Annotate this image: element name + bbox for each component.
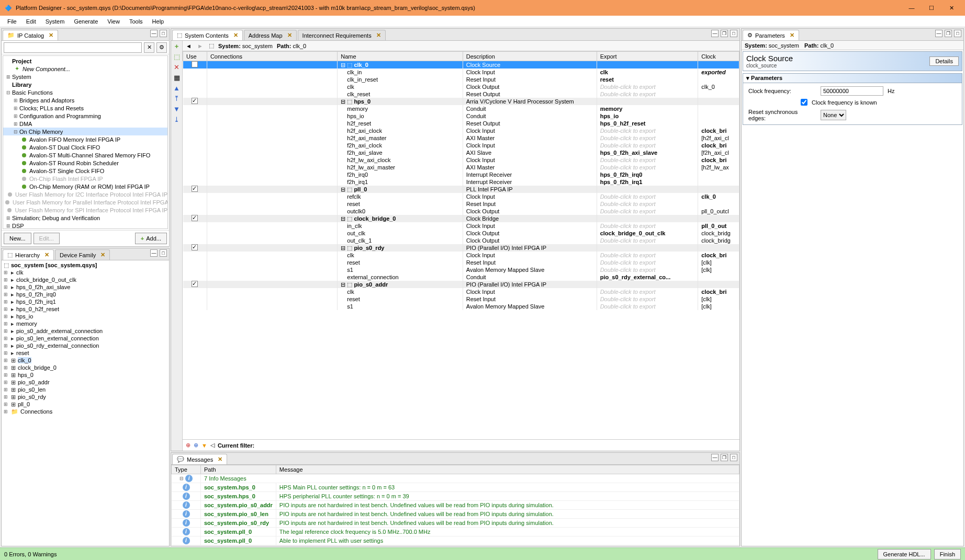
hierarchy-item[interactable]: ⊞▸pio_s0_len_external_connection <box>4 335 167 342</box>
hierarchy-item[interactable]: ⊞▸memory <box>4 320 167 327</box>
filter-clear-icon[interactable]: ◁ <box>210 442 215 449</box>
ip-tree-item[interactable]: ⊞DSP <box>3 222 167 229</box>
message-row[interactable]: isoc_system.pio_s0_addrPIO inputs are no… <box>172 501 739 510</box>
table-row[interactable]: clkClock InputDouble-click to exportcloc… <box>183 288 739 295</box>
menu-generate[interactable]: Generate <box>70 17 102 26</box>
table-row[interactable]: h2f_axi_clockClock InputDouble-click to … <box>183 127 739 134</box>
hierarchy-item[interactable]: ⊞▸reset <box>4 349 167 357</box>
minimize-panel-icon[interactable]: — <box>150 249 158 257</box>
table-row[interactable]: ⊟ ⬚ pio_s0_rdyPIO (Parallel I/O) Intel F… <box>183 244 739 252</box>
ip-tree-item[interactable]: Avalon-ST Multi-Channel Shared Memory FI… <box>3 151 167 159</box>
move-up-icon[interactable]: ▲ <box>173 85 181 92</box>
hierarchy-tree[interactable]: ⬚ soc_system [soc_system.qsys]⊞▸clk⊞▸clo… <box>2 260 169 546</box>
ip-tree-item[interactable]: User Flash Memory for Parallel Interface… <box>3 198 167 206</box>
maximize-panel-icon[interactable]: □ <box>160 249 167 257</box>
clear-search-icon[interactable]: ✕ <box>144 42 154 53</box>
add-icon[interactable]: + <box>173 43 181 50</box>
table-row[interactable]: clk_in_resetReset Inputreset <box>183 76 739 83</box>
move-down-icon[interactable]: ▼ <box>173 106 181 113</box>
close-icon[interactable]: ✕ <box>790 32 794 39</box>
tab-interconnect-requirements[interactable]: Interconnect Requirements ✕ <box>298 30 386 40</box>
table-row[interactable]: out_clk_1Clock OutputDouble-click to exp… <box>183 237 739 244</box>
close-button[interactable]: ✕ <box>946 5 957 12</box>
minimize-panel-icon[interactable]: — <box>711 30 719 37</box>
hierarchy-item[interactable]: ⊞▸pio_s0_rdy_external_connection <box>4 342 167 349</box>
table-row[interactable]: s1Avalon Memory Mapped SlaveDouble-click… <box>183 266 739 273</box>
ip-tree-item[interactable]: Avalon FIFO Memory Intel FPGA IP <box>3 135 167 143</box>
back-icon[interactable]: ◄ <box>186 43 193 49</box>
ip-tree-item[interactable]: ⊟Basic Functions <box>3 88 167 96</box>
add-button[interactable]: +Add... <box>135 233 167 244</box>
menu-system[interactable]: System <box>41 17 69 26</box>
close-icon[interactable]: ✕ <box>49 32 53 39</box>
tab-hierarchy[interactable]: ⬚ Hierarchy ✕ <box>3 249 54 260</box>
menu-help[interactable]: Help <box>148 17 169 26</box>
minimize-panel-icon[interactable]: — <box>711 454 719 461</box>
move-bottom-icon[interactable]: ⤓ <box>173 116 181 123</box>
move-top-icon[interactable]: ⤒ <box>173 95 181 102</box>
hierarchy-item[interactable]: ⊞▸hps_io <box>4 313 167 320</box>
new-button[interactable]: New... <box>4 233 31 244</box>
ip-tree-item[interactable]: On-Chip Flash Intel FPGA IP <box>3 175 167 182</box>
table-row[interactable]: refclkClock InputDouble-click to exportc… <box>183 193 739 200</box>
filter-funnel-icon[interactable]: ▼ <box>201 442 207 449</box>
hierarchy-item[interactable]: ⊞⊞clock_bridge_0 <box>4 364 167 371</box>
table-row[interactable]: external_connectionConduitpio_s0_rdy_ext… <box>183 273 739 281</box>
tab-parameters[interactable]: ⚙ Parameters ✕ <box>743 30 799 40</box>
hierarchy-item[interactable]: ⊞⊞pll_0 <box>4 401 167 408</box>
hierarchy-item[interactable]: ⊞▸hps_0_f2h_irq0 <box>4 291 167 298</box>
menu-view[interactable]: View <box>103 17 124 26</box>
hierarchy-item[interactable]: ⊞▸hps_0_f2h_irq1 <box>4 298 167 305</box>
clock-frequency-input[interactable] <box>821 86 883 96</box>
restore-panel-icon[interactable]: ❐ <box>721 30 728 37</box>
table-row[interactable]: f2h_axi_slaveAXI Slavehps_0_f2h_axi_slav… <box>183 149 739 156</box>
table-row[interactable]: in_clkClock InputDouble-click to exportp… <box>183 222 739 230</box>
close-icon[interactable]: ✕ <box>44 252 49 258</box>
table-row[interactable]: clk_inClock Inputclkexported <box>183 68 739 76</box>
ip-catalog-tree[interactable]: Project✦New Component...⊞SystemLibrary⊟B… <box>3 55 168 229</box>
ip-tree-item[interactable]: ⊞Configuration and Programming <box>3 112 167 120</box>
system-contents-table[interactable]: Use Connections Name Description Export … <box>183 51 739 310</box>
maximize-panel-icon[interactable]: □ <box>730 30 737 37</box>
message-row[interactable]: isoc_system.pio_s0_rdyPIO inputs are not… <box>172 519 739 528</box>
settings-icon[interactable]: ⚙ <box>156 42 167 53</box>
tab-address-map[interactable]: Address Map ✕ <box>244 30 297 40</box>
table-row[interactable]: resetReset InputDouble-click to export[c… <box>183 295 739 303</box>
add-component-icon[interactable]: ⬚ <box>173 53 181 61</box>
message-row[interactable]: isoc_system.pio_s0_lenPIO inputs are not… <box>172 510 739 519</box>
use-checkbox[interactable] <box>192 281 198 287</box>
table-row[interactable]: h2f_lw_axi_masterAXI MasterDouble-click … <box>183 164 739 171</box>
table-row[interactable]: f2h_irq1Interrupt Receiverhps_0_f2h_irq1 <box>183 178 739 186</box>
maximize-panel-icon[interactable]: □ <box>730 454 737 461</box>
ip-tree-item[interactable]: ⊞DMA <box>3 120 167 128</box>
hierarchy-item[interactable]: ⊞▸clock_bridge_0_out_clk <box>4 276 167 283</box>
message-row[interactable]: isoc_system.hps_0HPS peripherial PLL cou… <box>172 492 739 501</box>
hierarchy-item[interactable]: ⊞▸hps_0_f2h_axi_slave <box>4 283 167 291</box>
table-row[interactable]: ⊟ ⬚ pll_0PLL Intel FPGA IP <box>183 186 739 193</box>
hierarchy-item[interactable]: ⊞⊞pio_s0_addr <box>4 379 167 386</box>
ip-tree-item[interactable]: Library <box>3 81 167 88</box>
ip-tree-item[interactable]: ⊞System <box>3 73 167 81</box>
table-row[interactable]: memoryConduitmemory <box>183 105 739 112</box>
hierarchy-item[interactable]: ⊞⊞pio_s0_len <box>4 386 167 393</box>
table-row[interactable]: h2f_resetReset Outputhps_0_h2f_reset <box>183 120 739 127</box>
parameters-section-header[interactable]: ▾ Parameters <box>743 74 962 83</box>
remove-icon[interactable]: ✕ <box>173 64 181 71</box>
table-row[interactable]: ⊟ ⬚ pio_s0_addrPIO (Parallel I/O) Intel … <box>183 281 739 288</box>
ip-tree-item[interactable]: ⊞Bridges and Adaptors <box>3 96 167 104</box>
table-row[interactable]: ⊟ ⬚ hps_0Arria V/Cyclone V Hard Processo… <box>183 98 739 105</box>
messages-table[interactable]: Type Path Message ⊟ i7 Info Messagesisoc… <box>171 465 739 545</box>
clock-known-checkbox[interactable] <box>801 99 807 106</box>
table-row[interactable]: clkClock OutputDouble-click to exportclk… <box>183 83 739 90</box>
hierarchy-item[interactable]: ⊞⊞hps_0 <box>4 371 167 379</box>
message-row[interactable]: isoc_system.pll_0The legal reference clo… <box>172 528 739 536</box>
table-row[interactable]: h2f_axi_masterAXI MasterDouble-click to … <box>183 134 739 142</box>
table-row[interactable]: clk_resetReset OutputDouble-click to exp… <box>183 90 739 98</box>
ip-tree-item[interactable]: ✦New Component... <box>3 65 167 73</box>
hierarchy-item[interactable]: ⊞⊞pio_s0_rdy <box>4 393 167 401</box>
close-icon[interactable]: ✕ <box>100 252 105 258</box>
menu-file[interactable]: File <box>3 17 21 26</box>
ip-tree-item[interactable]: User Flash Memory for I2C Interface Prot… <box>3 190 167 198</box>
ip-tree-item[interactable]: ⊞Clocks; PLLs and Resets <box>3 104 167 112</box>
filter-icon-1[interactable]: ⊕ <box>186 442 190 449</box>
